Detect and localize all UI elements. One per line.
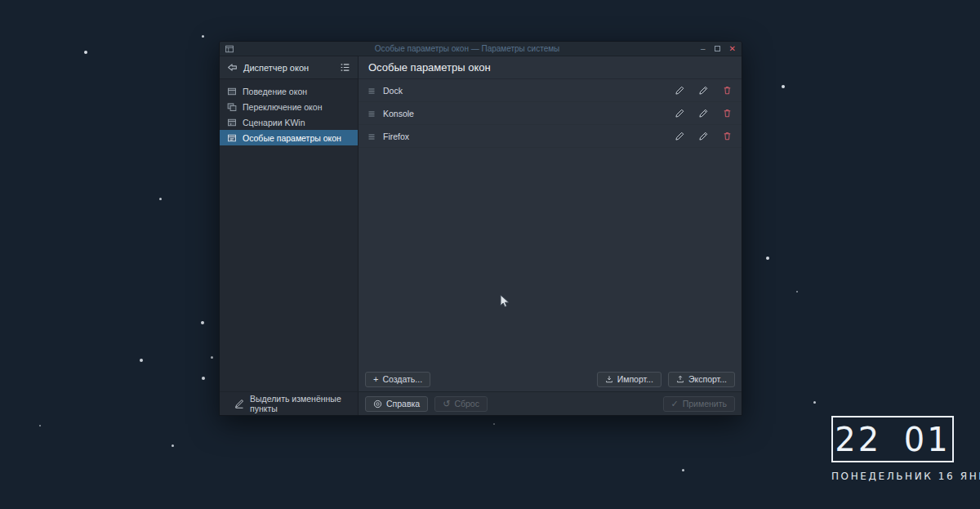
delete-rule-icon[interactable]	[721, 108, 733, 119]
rule-name: Firefox	[383, 132, 409, 141]
edit-rule-icon[interactable]	[674, 131, 685, 142]
help-button[interactable]: Справка	[365, 396, 428, 412]
system-settings-window: Особые параметры окон — Параметры систем…	[219, 41, 742, 416]
sidebar-item-window-behavior[interactable]: Поведение окон	[220, 83, 358, 99]
duplicate-rule-icon[interactable]	[697, 108, 709, 119]
duplicate-rule-icon[interactable]	[697, 131, 709, 142]
sidebar-item-label: Переключение окон	[243, 102, 322, 112]
rule-name: Konsole	[383, 109, 414, 118]
import-icon	[605, 375, 613, 383]
sidebar-header: Диспетчер окон	[220, 56, 358, 79]
minimize-button[interactable]: –	[701, 45, 706, 53]
clock-widget: 22 01	[831, 416, 954, 462]
desktop-dot	[202, 35, 204, 38]
sidebar-item-label: Поведение окон	[243, 87, 307, 96]
kwin-scripts-icon	[227, 118, 237, 127]
sidebar-item-kwin-scripts[interactable]: Сценарии KWin	[220, 114, 358, 130]
reset-icon: ↺	[443, 400, 450, 409]
titlebar[interactable]: Особые параметры окон — Параметры систем…	[220, 42, 742, 56]
main-panel: Особые параметры окон Dock	[359, 56, 742, 391]
import-button[interactable]: Импорт...	[597, 372, 662, 387]
highlight-changed-toggle[interactable]: Выделить изменённые пункты	[220, 392, 359, 415]
create-rule-button[interactable]: + Создать...	[365, 372, 430, 387]
desktop-dot	[201, 321, 204, 324]
sidebar-item-window-rules[interactable]: Особые параметры окон	[220, 130, 358, 145]
sidebar: Диспетчер окон Поведение окон Переключен	[220, 56, 359, 391]
desktop-dot	[202, 377, 205, 380]
window-rules-icon	[227, 133, 237, 143]
desktop-dot	[682, 469, 684, 471]
desktop-dot	[493, 423, 495, 425]
clock-date: ПОНЕДЕЛЬНИК 16 ЯНВ.	[831, 471, 978, 482]
delete-rule-icon[interactable]	[721, 131, 733, 142]
rules-list: Dock	[359, 79, 742, 367]
highlight-pencil-icon	[234, 399, 244, 409]
sidebar-item-label: Особые параметры окон	[243, 133, 341, 143]
desktop-dot	[172, 444, 174, 447]
desktop-dot	[39, 425, 41, 426]
page-title: Особые параметры окон	[359, 56, 742, 79]
desktop-dot	[140, 359, 143, 362]
apply-button[interactable]: ✓ Применить	[663, 396, 735, 412]
sidebar-item-task-switcher[interactable]: Переключение окон	[220, 99, 358, 114]
desktop-dot	[211, 356, 213, 359]
sidebar-list: Поведение окон Переключение окон Сценари…	[220, 79, 358, 391]
edit-rule-icon[interactable]	[674, 108, 685, 119]
desktop-dot	[84, 51, 87, 54]
mouse-cursor	[500, 294, 510, 312]
duplicate-rule-icon[interactable]	[697, 85, 709, 96]
maximize-button[interactable]	[715, 45, 720, 53]
desktop-dot	[796, 291, 798, 292]
desktop-dot	[813, 401, 816, 404]
task-switcher-icon	[227, 102, 237, 112]
export-icon	[676, 375, 684, 383]
drag-handle-icon[interactable]	[368, 109, 376, 118]
rule-name: Dock	[383, 86, 403, 96]
export-button[interactable]: Экспорт...	[668, 372, 735, 387]
rule-row[interactable]: Firefox	[359, 125, 742, 148]
window-behavior-icon	[227, 87, 237, 96]
delete-rule-icon[interactable]	[721, 85, 733, 96]
plus-icon: +	[373, 375, 378, 384]
edit-rule-icon[interactable]	[674, 85, 685, 96]
sidebar-title: Диспетчер окон	[243, 63, 334, 73]
app-icon	[225, 45, 234, 53]
desktop-dot	[159, 198, 162, 200]
reset-button[interactable]: ↺ Сброс	[434, 396, 488, 412]
list-actions-row: + Создать... Импорт... Экспорт...	[359, 367, 742, 391]
highlight-changed-label: Выделить изменённые пункты	[250, 394, 358, 413]
maximize-icon	[715, 46, 720, 51]
close-button[interactable]: ✕	[729, 45, 736, 53]
drag-handle-icon[interactable]	[368, 87, 376, 95]
list-menu-icon[interactable]	[340, 62, 350, 73]
clock-time: 22 01	[835, 423, 951, 456]
help-icon	[373, 400, 382, 409]
window-title: Особые параметры окон — Параметры систем…	[238, 44, 696, 53]
back-arrow-icon[interactable]	[227, 62, 238, 73]
sidebar-item-label: Сценарии KWin	[243, 118, 305, 127]
desktop-dot	[782, 85, 785, 88]
desktop-dot	[766, 257, 769, 260]
check-icon: ✓	[671, 400, 679, 409]
window-footer: Выделить изменённые пункты Справка ↺ Сбр…	[220, 391, 742, 415]
drag-handle-icon[interactable]	[368, 132, 376, 141]
rule-row[interactable]: Dock	[359, 79, 742, 102]
rule-row[interactable]: Konsole	[359, 102, 742, 125]
